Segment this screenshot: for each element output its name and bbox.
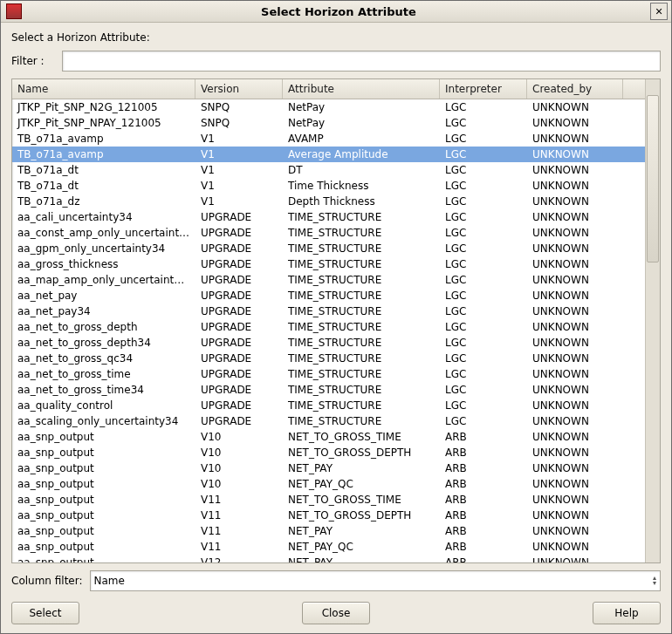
table-row[interactable]: aa_net_to_gross_depthUPGRADETIME_STRUCTU…: [12, 319, 645, 335]
table-cell: UPGRADE: [195, 242, 283, 255]
table-cell: TIME_STRUCTURE: [283, 227, 440, 239]
table-cell: aa_snp_output: [12, 509, 195, 522]
table-cell: LGC: [440, 227, 527, 239]
table-cell: UPGRADE: [195, 290, 283, 302]
select-button[interactable]: Select: [11, 602, 79, 624]
table-cell: ARB: [440, 541, 527, 553]
table-cell: aa_snp_output: [12, 494, 195, 506]
close-icon[interactable]: ✕: [650, 3, 668, 20]
col-header-createdby[interactable]: Created_by: [527, 79, 623, 99]
table-row[interactable]: aa_snp_outputV11NET_TO_GROSS_DEPTHARBUNK…: [12, 508, 645, 523]
table-row[interactable]: TB_o71a_avampV1AVAMPLGCUNKNOWN: [12, 131, 645, 147]
table-cell: LGC: [440, 305, 527, 317]
table-cell: LGC: [440, 164, 527, 176]
col-header-interpreter[interactable]: Interpreter: [440, 79, 527, 99]
table-cell: aa_snp_output: [12, 462, 195, 474]
table-row[interactable]: aa_net_pay34UPGRADETIME_STRUCTURELGCUNKN…: [12, 303, 645, 319]
table-cell: Depth Thickness: [283, 195, 440, 208]
table-cell: UNKNOWN: [527, 258, 623, 270]
table-cell: V11: [195, 509, 283, 522]
table-cell: UNKNOWN: [527, 525, 623, 537]
table-row[interactable]: aa_net_to_gross_time34UPGRADETIME_STRUCT…: [12, 382, 645, 398]
table-row[interactable]: aa_snp_outputV10NET_TO_GROSS_TIMEARBUNKN…: [12, 429, 645, 445]
table-header[interactable]: Name Version Attribute Interpreter Creat…: [12, 79, 645, 99]
table-row[interactable]: aa_net_to_gross_qc34UPGRADETIME_STRUCTUR…: [12, 351, 645, 366]
table-body[interactable]: JTKP_Pit_SNP_N2G_121005SNPQNetPayLGCUNKN…: [12, 99, 645, 562]
instruction-label: Select a Horizon Attribute:: [11, 31, 661, 44]
table-cell: SNPQ: [195, 117, 283, 129]
table-row[interactable]: aa_scaling_only_uncertainty34UPGRADETIME…: [12, 413, 645, 429]
table-row[interactable]: aa_quality_controlUPGRADETIME_STRUCTUREL…: [12, 398, 645, 413]
table[interactable]: Name Version Attribute Interpreter Creat…: [12, 79, 645, 562]
table-cell: TB_o71a_avamp: [12, 148, 195, 160]
table-row[interactable]: aa_net_payUPGRADETIME_STRUCTURELGCUNKNOW…: [12, 288, 645, 303]
table-row[interactable]: TB_o71a_dtV1DTLGCUNKNOWN: [12, 162, 645, 178]
table-row[interactable]: aa_const_amp_only_uncertainty34UPGRADETI…: [12, 225, 645, 241]
col-header-name[interactable]: Name: [12, 79, 195, 99]
help-button[interactable]: Help: [593, 602, 661, 624]
table-cell: UPGRADE: [195, 415, 283, 427]
table-cell: UPGRADE: [195, 211, 283, 223]
table-row[interactable]: aa_snp_outputV10NET_PAY_QCARBUNKNOWN: [12, 476, 645, 492]
col-header-version[interactable]: Version: [195, 79, 283, 99]
table-row[interactable]: aa_snp_outputV10NET_TO_GROSS_DEPTHARBUNK…: [12, 445, 645, 460]
filter-input[interactable]: [62, 51, 661, 72]
close-button[interactable]: Close: [302, 602, 370, 624]
table-cell: UPGRADE: [195, 274, 283, 286]
table-cell: NET_PAY: [283, 556, 440, 562]
table-row[interactable]: aa_map_amp_only_uncertainty34UPGRADETIME…: [12, 272, 645, 288]
table-cell: aa_net_pay34: [12, 305, 195, 317]
table-row[interactable]: TB_o71a_dzV1Depth ThicknessLGCUNKNOWN: [12, 194, 645, 209]
table-row[interactable]: aa_snp_outputV11NET_PAY_QCARBUNKNOWN: [12, 539, 645, 555]
table-cell: aa_snp_output: [12, 478, 195, 490]
table-cell: V1: [195, 164, 283, 176]
table-cell: TIME_STRUCTURE: [283, 337, 440, 349]
table-row[interactable]: aa_net_to_gross_depth34UPGRADETIME_STRUC…: [12, 335, 645, 351]
table-cell: aa_map_amp_only_uncertainty34: [12, 274, 195, 286]
table-row[interactable]: aa_net_to_gross_timeUPGRADETIME_STRUCTUR…: [12, 366, 645, 382]
table-row[interactable]: JTKP_Pit_SNP_N2G_121005SNPQNetPayLGCUNKN…: [12, 99, 645, 115]
title-bar[interactable]: Select Horizon Attribute ✕: [1, 1, 671, 23]
table-row[interactable]: aa_snp_outputV10NET_PAYARBUNKNOWN: [12, 460, 645, 476]
table-cell: UNKNOWN: [527, 447, 623, 459]
table-cell: Time Thickness: [283, 180, 440, 192]
table-cell: TIME_STRUCTURE: [283, 321, 440, 333]
table-cell: TIME_STRUCTURE: [283, 399, 440, 412]
table-row[interactable]: aa_cali_uncertainty34UPGRADETIME_STRUCTU…: [12, 209, 645, 225]
table-cell: UNKNOWN: [527, 384, 623, 396]
table-row[interactable]: aa_gpm_only_uncertainty34UPGRADETIME_STR…: [12, 241, 645, 256]
table-cell: LGC: [440, 117, 527, 129]
table-cell: UNKNOWN: [527, 415, 623, 427]
vertical-scrollbar[interactable]: [645, 79, 660, 562]
table-cell: LGC: [440, 133, 527, 145]
table-row[interactable]: JTKP_Pit_SNP_NPAY_121005SNPQNetPayLGCUNK…: [12, 115, 645, 131]
table-cell: TB_o71a_dt: [12, 164, 195, 176]
table-row[interactable]: TB_o71a_dtV1Time ThicknessLGCUNKNOWN: [12, 178, 645, 194]
table-cell: NetPay: [283, 101, 440, 113]
table-cell: aa_cali_uncertainty34: [12, 211, 195, 223]
table-row[interactable]: TB_o71a_avampV1Average AmplitudeLGCUNKNO…: [12, 147, 645, 162]
table-row[interactable]: aa_snp_outputV11NET_PAYARBUNKNOWN: [12, 523, 645, 539]
table-cell: NET_TO_GROSS_DEPTH: [283, 447, 440, 459]
table-row[interactable]: aa_gross_thicknessUPGRADETIME_STRUCTUREL…: [12, 256, 645, 272]
table-cell: UPGRADE: [195, 368, 283, 380]
table-cell: UPGRADE: [195, 384, 283, 396]
column-filter-label: Column filter:: [11, 575, 83, 587]
table-cell: aa_snp_output: [12, 541, 195, 553]
column-filter-combo[interactable]: Name ▴▾: [90, 570, 661, 591]
table-cell: UNKNOWN: [527, 431, 623, 443]
table-cell: NET_TO_GROSS_TIME: [283, 494, 440, 506]
table-cell: UNKNOWN: [527, 227, 623, 239]
scrollbar-thumb[interactable]: [647, 95, 659, 262]
table-cell: V1: [195, 148, 283, 160]
button-bar: Select Close Help: [11, 598, 661, 626]
table-cell: aa_snp_output: [12, 556, 195, 562]
table-row[interactable]: aa_snp_outputV11NET_TO_GROSS_TIMEARBUNKN…: [12, 492, 645, 508]
table-cell: ARB: [440, 525, 527, 537]
table-row[interactable]: aa_snp_outputV12NET_PAYARBUNKNOWN: [12, 555, 645, 562]
col-header-attribute[interactable]: Attribute: [283, 79, 440, 99]
table-cell: TB_o71a_avamp: [12, 133, 195, 145]
table-cell: TIME_STRUCTURE: [283, 290, 440, 302]
table-cell: UPGRADE: [195, 258, 283, 270]
table-cell: NET_PAY: [283, 462, 440, 474]
